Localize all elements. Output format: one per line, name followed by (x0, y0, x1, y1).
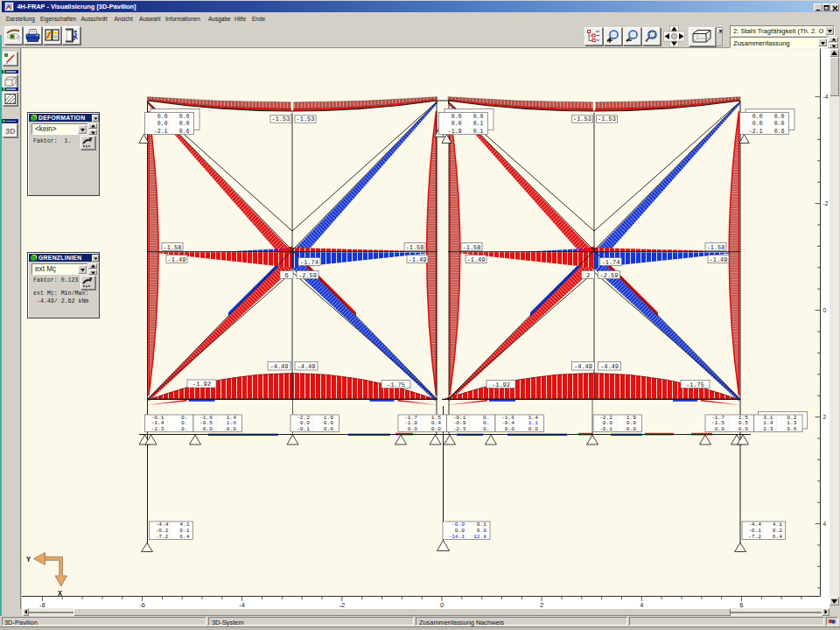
svg-text:0.0: 0.0 (408, 426, 417, 432)
svg-text:2.3: 2.3 (763, 426, 773, 432)
svg-text:0.0: 0.0 (324, 426, 333, 432)
svg-text:0.0: 0.0 (626, 426, 636, 432)
svg-text:0.0: 0.0 (738, 426, 748, 432)
svg-text:0: 0 (823, 307, 827, 313)
svg-text:-1.74: -1.74 (300, 259, 318, 266)
svg-text:-1.74: -1.74 (601, 259, 620, 266)
svg-text:0.6: 0.6 (774, 129, 785, 135)
svg-text:-4.49: -4.49 (574, 363, 592, 370)
svg-text:6: 6 (284, 272, 288, 279)
svg-text:0.0: 0.0 (473, 114, 484, 120)
svg-text:0.0: 0.0 (452, 121, 462, 127)
svg-text:0.0: 0.0 (752, 114, 763, 120)
svg-text:0.0: 0.0 (158, 114, 168, 120)
svg-text:-1.9: -1.9 (448, 129, 462, 135)
svg-text:-1.75: -1.75 (686, 382, 704, 388)
svg-text:-1.58: -1.58 (462, 244, 480, 251)
svg-text:-1.49: -1.49 (709, 256, 727, 263)
svg-text:Y: Y (26, 556, 32, 564)
svg-text:-1.53: -1.53 (573, 116, 592, 122)
svg-text:0.1: 0.1 (473, 129, 484, 135)
svg-text:0.0: 0.0 (431, 426, 441, 432)
svg-text:0.0: 0.0 (774, 114, 785, 120)
svg-text:-1.53: -1.53 (296, 116, 314, 122)
svg-text:-2.1: -2.1 (749, 129, 763, 135)
svg-text:-1.53: -1.53 (271, 116, 290, 122)
svg-text:-2.3: -2.3 (151, 426, 164, 432)
svg-text:-2.59: -2.59 (599, 272, 618, 279)
svg-text:-2.59: -2.59 (298, 272, 317, 279)
svg-text:-1.58: -1.58 (706, 244, 724, 251)
svg-text:0.0: 0.0 (774, 121, 785, 127)
svg-text:-1.58: -1.58 (405, 244, 424, 251)
svg-text:0.0: 0.0 (179, 114, 190, 120)
svg-text:-0.1: -0.1 (297, 426, 310, 432)
svg-text:-1.49: -1.49 (408, 256, 426, 263)
svg-text:-7.2: -7.2 (156, 534, 169, 540)
svg-text:6.4: 6.4 (773, 534, 782, 540)
svg-text:0.0: 0.0 (158, 121, 168, 127)
svg-text:0.0: 0.0 (528, 426, 538, 432)
svg-text:-4.49: -4.49 (270, 363, 288, 370)
svg-text:-4: -4 (823, 94, 829, 100)
svg-text:0.0: 0.0 (203, 426, 213, 432)
svg-text:0.0: 0.0 (505, 426, 514, 432)
svg-text:4: 4 (823, 521, 827, 527)
svg-text:0.0: 0.0 (452, 114, 462, 120)
svg-text:0.0: 0.0 (752, 121, 763, 127)
svg-text:0.: 0. (483, 426, 489, 432)
svg-text:0.0: 0.0 (227, 426, 236, 432)
svg-text:-0.1: -0.1 (599, 426, 612, 432)
svg-text:-1.75: -1.75 (387, 382, 405, 388)
svg-text:-1.49: -1.49 (466, 256, 485, 263)
svg-text:12.8: 12.8 (473, 534, 486, 540)
svg-text:-2: -2 (823, 200, 829, 206)
svg-text:2: 2 (586, 272, 590, 279)
svg-text:-4.49: -4.49 (600, 363, 619, 370)
svg-text:0.0: 0.0 (179, 121, 190, 127)
svg-text:0.0: 0.0 (715, 426, 724, 432)
svg-text:3D: 3D (5, 127, 16, 136)
svg-text:-2.3: -2.3 (453, 426, 466, 432)
svg-text:6.4: 6.4 (179, 534, 189, 540)
svg-text:-7.2: -7.2 (748, 534, 761, 540)
svg-text:0.1: 0.1 (473, 121, 484, 127)
svg-text:-1.92: -1.92 (492, 382, 510, 388)
svg-text:0.6: 0.6 (179, 129, 190, 135)
svg-text:-14.1: -14.1 (448, 534, 465, 540)
svg-text:-4.49: -4.49 (297, 363, 315, 370)
svg-text:-1.49: -1.49 (167, 256, 186, 263)
svg-text:0.: 0. (181, 426, 187, 432)
svg-text:0.6: 0.6 (787, 426, 796, 432)
svg-text:2: 2 (823, 414, 827, 420)
svg-text:-1.53: -1.53 (598, 116, 616, 122)
svg-text:-1.92: -1.92 (192, 381, 211, 388)
svg-text:-1.58: -1.58 (163, 244, 181, 251)
svg-text:-2.1: -2.1 (154, 129, 168, 135)
